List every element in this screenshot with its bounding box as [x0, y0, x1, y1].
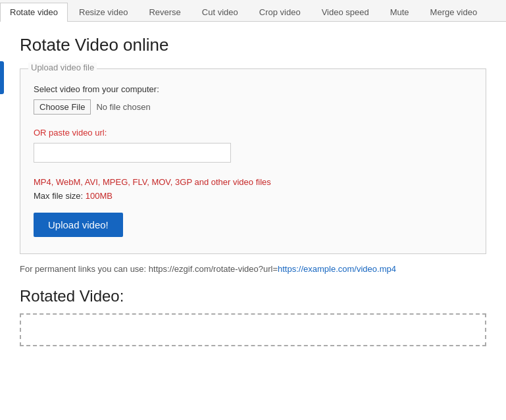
tab-merge[interactable]: Merge video	[420, 3, 488, 21]
format-line1: MP4, WebM, AVI, MPEG, FLV, MOV, 3GP and …	[34, 177, 271, 187]
rotated-video-box	[20, 313, 486, 346]
upload-button[interactable]: Upload video!	[34, 213, 123, 237]
tab-rotate[interactable]: Rotate video	[0, 3, 68, 22]
no-file-label: No file chosen	[96, 102, 150, 112]
permanent-links: For permanent links you can use: https:/…	[20, 264, 486, 274]
file-input-row: Choose File No file chosen	[34, 99, 472, 115]
tab-speed[interactable]: Video speed	[312, 3, 379, 21]
tab-crop[interactable]: Crop video	[249, 3, 311, 21]
permanent-link-url[interactable]: https://example.com/video.mp4	[278, 264, 396, 274]
page-title: Rotate Video online	[20, 35, 486, 55]
url-input[interactable]	[34, 143, 231, 163]
choose-file-button[interactable]: Choose File	[34, 99, 91, 115]
max-size-value: 100MB	[86, 191, 113, 201]
select-label: Select video from your computer:	[34, 84, 472, 94]
permanent-link-text: For permanent links you can use: https:/…	[20, 264, 278, 274]
tab-cut[interactable]: Cut video	[192, 3, 248, 21]
tab-resize[interactable]: Resize video	[69, 3, 138, 21]
max-size-prefix: Max file size:	[34, 191, 86, 201]
format-info: MP4, WebM, AVI, MPEG, FLV, MOV, 3GP and …	[34, 176, 472, 203]
sidebar-indicator	[0, 61, 4, 94]
tab-mute[interactable]: Mute	[380, 3, 419, 21]
rotated-video-title: Rotated Video:	[20, 287, 486, 305]
upload-section-label: Upload video file	[28, 63, 97, 72]
upload-section: Upload video file Select video from your…	[20, 68, 486, 254]
tab-bar: Rotate videoResize videoReverseCut video…	[0, 0, 506, 22]
main-content: Rotate Video online Upload video file Se…	[0, 22, 506, 359]
or-paste-label: OR paste video url:	[34, 128, 472, 138]
tab-reverse[interactable]: Reverse	[139, 3, 190, 21]
